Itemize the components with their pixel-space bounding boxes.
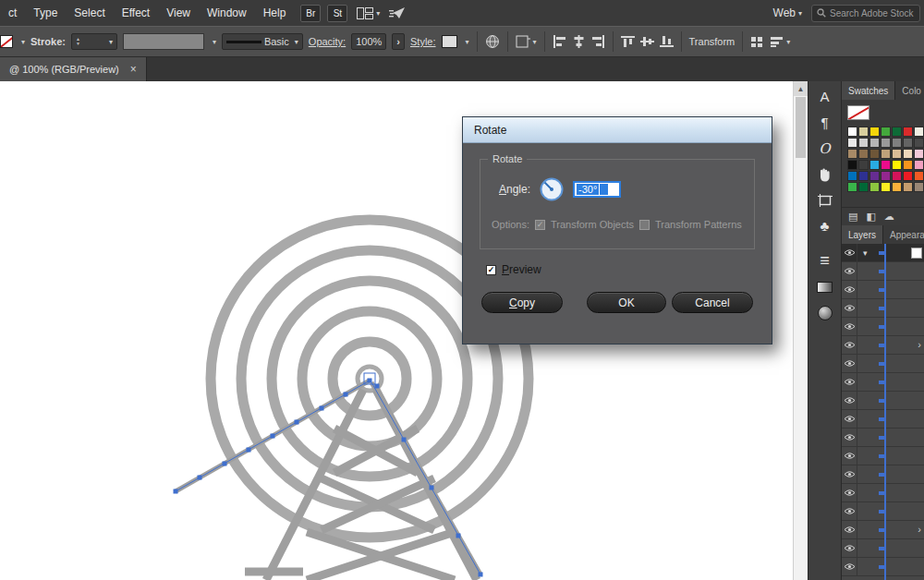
visibility-eye-icon[interactable] (842, 521, 857, 538)
swatch[interactable] (881, 160, 891, 170)
align-bottom-button[interactable] (660, 35, 674, 48)
swatch[interactable] (858, 149, 869, 159)
swatch[interactable] (914, 160, 924, 170)
layer-row[interactable]: › (842, 336, 924, 355)
layer-row[interactable]: ▾ (842, 244, 924, 262)
chevron-right-icon[interactable]: › (918, 524, 921, 535)
menu-item[interactable]: Window (199, 0, 255, 26)
visibility-eye-icon[interactable] (842, 262, 857, 280)
hand-tool-icon[interactable] (813, 163, 837, 185)
swatch[interactable] (914, 171, 924, 181)
swatch[interactable] (903, 149, 913, 159)
menu-item[interactable]: Select (66, 0, 113, 26)
menu-item[interactable]: Help (255, 0, 295, 26)
swatch[interactable] (869, 182, 880, 192)
visibility-eye-icon[interactable] (842, 502, 857, 520)
bridge-button[interactable]: Br (300, 5, 321, 22)
align-center-button[interactable] (572, 35, 586, 48)
swatch[interactable] (892, 138, 902, 148)
stroke-weight-stepper[interactable]: ▲▼ ▾ (71, 33, 117, 50)
layer-row[interactable] (842, 392, 924, 410)
visibility-eye-icon[interactable] (842, 318, 857, 335)
swatch[interactable] (847, 160, 857, 170)
swatch[interactable] (881, 138, 891, 148)
copy-button[interactable]: Copy (481, 292, 563, 313)
swatch[interactable] (858, 160, 869, 170)
chevron-right-icon[interactable]: › (918, 339, 921, 350)
swatch[interactable] (858, 182, 869, 192)
fill-none-swatch[interactable] (0, 35, 13, 48)
swatch[interactable] (869, 160, 880, 170)
none-swatch[interactable] (847, 105, 869, 120)
swatch[interactable] (858, 138, 869, 148)
canvas[interactable]: Rotate Rotate Angle: -30° (0, 81, 793, 580)
visibility-eye-icon[interactable] (842, 410, 857, 428)
tab-layers[interactable]: Layers (842, 225, 883, 244)
vertical-scrollbar[interactable]: ▲ (793, 81, 808, 580)
isolate-mode-button[interactable] (750, 36, 764, 48)
swatch[interactable] (914, 182, 924, 192)
opacity-label[interactable]: Opacity: (309, 36, 346, 47)
swatch[interactable] (892, 160, 902, 170)
swatch[interactable] (892, 127, 902, 137)
swatch[interactable] (858, 171, 869, 181)
transform-button[interactable]: Transform (689, 36, 736, 47)
swatch[interactable] (914, 127, 924, 137)
swatch[interactable] (847, 182, 857, 192)
swatch[interactable] (903, 127, 913, 137)
dialog-title-bar[interactable]: Rotate (463, 117, 772, 143)
align-middle-button[interactable] (640, 35, 654, 48)
preview-checkbox[interactable]: ✓ (486, 265, 496, 275)
transform-patterns-checkbox[interactable] (639, 220, 650, 230)
menu-item[interactable]: View (158, 0, 199, 26)
swatch[interactable] (892, 149, 902, 159)
visibility-eye-icon[interactable] (842, 244, 857, 261)
layer-row[interactable] (842, 373, 924, 392)
visibility-eye-icon[interactable] (842, 373, 857, 391)
swatch[interactable] (914, 138, 924, 148)
artboards-panel-icon[interactable] (813, 189, 837, 211)
layer-row[interactable]: › (842, 521, 924, 539)
cloud-sync-icon[interactable]: ☁ (884, 211, 894, 223)
swatch-libraries-icon[interactable]: ▤ (848, 211, 857, 223)
swatch[interactable] (869, 149, 880, 159)
layer-row[interactable] (842, 318, 924, 336)
swatch[interactable] (869, 171, 880, 181)
layer-row[interactable] (842, 484, 924, 502)
share-button[interactable] (389, 6, 406, 19)
opacity-options-button[interactable]: › (392, 33, 405, 50)
cancel-button[interactable]: Cancel (672, 292, 753, 313)
layer-row[interactable] (842, 447, 924, 465)
spinner-icons[interactable]: ▲▼ (76, 37, 80, 46)
close-tab-icon[interactable]: × (130, 63, 137, 76)
layer-row[interactable] (842, 410, 924, 429)
swatch[interactable] (847, 138, 857, 148)
swatch[interactable] (903, 171, 913, 181)
opentype-panel-icon[interactable]: O (813, 138, 837, 159)
brush-definition-dropdown[interactable] (123, 33, 204, 50)
swatch[interactable] (881, 149, 891, 159)
layer-row[interactable] (842, 299, 924, 318)
stroke-label[interactable]: Stroke: (30, 36, 66, 47)
visibility-eye-icon[interactable] (842, 539, 857, 557)
visibility-eye-icon[interactable] (842, 336, 857, 354)
swatch[interactable] (914, 149, 924, 159)
menu-item[interactable]: Effect (114, 0, 158, 26)
graphic-style-swatch[interactable] (442, 35, 457, 48)
document-setup-button[interactable]: ▾ (516, 35, 537, 48)
search-adobe-stock-input[interactable]: Search Adobe Stock (811, 5, 920, 22)
swatch[interactable] (869, 138, 880, 148)
menu-item[interactable]: Type (25, 0, 66, 26)
visibility-eye-icon[interactable] (842, 465, 857, 483)
swatch[interactable] (869, 127, 880, 137)
variable-width-profile-dropdown[interactable]: Basic ▾ (222, 33, 303, 50)
transform-objects-checkbox[interactable]: ✓ (535, 220, 545, 230)
swatch[interactable] (892, 171, 902, 181)
swatch[interactable] (881, 182, 891, 192)
character-panel-icon[interactable]: A (813, 86, 837, 107)
visibility-eye-icon[interactable] (842, 299, 857, 317)
more-options-button[interactable]: ▾ (770, 36, 790, 48)
layer-row[interactable] (842, 281, 924, 299)
swatch[interactable] (892, 182, 902, 192)
layer-row[interactable] (842, 558, 924, 576)
